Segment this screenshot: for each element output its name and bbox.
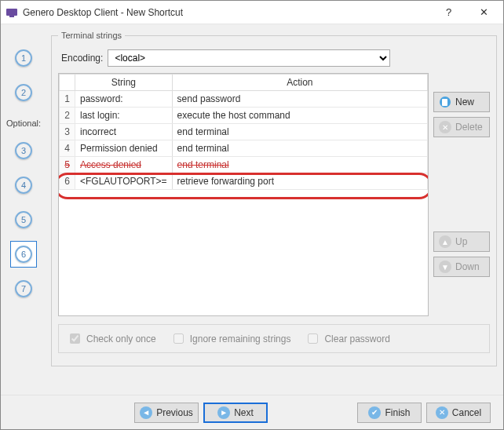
table-row[interactable]: 4 Permission denied end terminal (60, 140, 428, 157)
table-row[interactable]: 3 incorrect end terminal (60, 124, 428, 140)
terminal-strings-group: Terminal strings Encoding: <local> Strin… (51, 31, 497, 366)
svg-rect-3 (442, 99, 447, 106)
encoding-label: Encoding: (61, 53, 103, 64)
clear-password-box[interactable] (308, 333, 318, 344)
wizard-step-4[interactable]: 4 (10, 172, 37, 199)
optional-label: Optional: (6, 118, 41, 128)
close-button[interactable]: ✕ (466, 2, 502, 24)
wizard-nav: ◄ Previous ► Next ✔ Finish ✕ Cancel (1, 395, 503, 429)
table-row[interactable]: 6 <FGLAUTOPORT>= retrieve forwarding por… (60, 173, 428, 190)
arrow-up-icon: ▲ (439, 235, 451, 248)
wizard-steps-sidebar: 1 2 Optional: 3 4 5 6 7 (1, 31, 46, 390)
encoding-select[interactable]: <local> (108, 49, 390, 67)
table-row[interactable]: 2 last login: execute the host command (60, 108, 428, 124)
finish-button[interactable]: ✔ Finish (357, 403, 422, 423)
strings-table: String Action 1 password: send password (59, 74, 428, 190)
arrow-right-icon: ► (217, 406, 230, 419)
table-row[interactable]: 5 Access denied end terminal (60, 157, 428, 173)
wizard-step-7[interactable]: 7 (10, 275, 37, 302)
check-icon: ✔ (368, 406, 381, 419)
ignore-remaining-box[interactable] (173, 333, 184, 344)
strings-table-wrap: String Action 1 password: send password (58, 73, 429, 316)
arrow-down-icon: ▼ (439, 261, 451, 273)
check-only-once-box[interactable] (70, 333, 80, 344)
next-button[interactable]: ► Next (203, 403, 268, 423)
cancel-icon: ✕ (436, 406, 448, 419)
app-icon (5, 6, 18, 19)
previous-button[interactable]: ◄ Previous (134, 403, 199, 423)
col-header-string[interactable]: String (75, 75, 173, 91)
wizard-step-6[interactable]: 6 (10, 241, 37, 268)
clear-password[interactable]: Clear password (305, 331, 389, 346)
wizard-step-5[interactable]: 5 (10, 206, 37, 233)
svg-rect-1 (9, 16, 14, 17)
new-icon (439, 96, 451, 108)
options-checkbox-row: Check only once Ignore remaining strings… (58, 324, 490, 353)
delete-button[interactable]: ✕ Delete (433, 117, 490, 137)
help-button[interactable]: ? (431, 2, 466, 24)
wizard-step-2[interactable]: 2 (10, 79, 37, 106)
ignore-remaining-strings[interactable]: Ignore remaining strings (170, 331, 291, 346)
table-row[interactable]: 1 password: send password (60, 91, 428, 108)
title-bar: Genero Desktop Client - New Shortcut ? ✕ (1, 1, 503, 24)
arrow-left-icon: ◄ (140, 406, 152, 419)
window-title: Genero Desktop Client - New Shortcut (23, 7, 431, 18)
up-button[interactable]: ▲ Up (433, 231, 490, 252)
check-only-once[interactable]: Check only once (67, 331, 156, 346)
wizard-step-3[interactable]: 3 (10, 137, 37, 164)
svg-rect-0 (6, 9, 17, 16)
col-header-action[interactable]: Action (172, 75, 427, 91)
delete-icon: ✕ (439, 121, 451, 133)
down-button[interactable]: ▼ Down (433, 257, 490, 277)
cancel-button[interactable]: ✕ Cancel (426, 403, 491, 423)
col-header-rownum (60, 75, 75, 91)
group-legend: Terminal strings (58, 31, 125, 40)
wizard-step-1[interactable]: 1 (10, 45, 37, 71)
new-button[interactable]: New (433, 92, 490, 112)
